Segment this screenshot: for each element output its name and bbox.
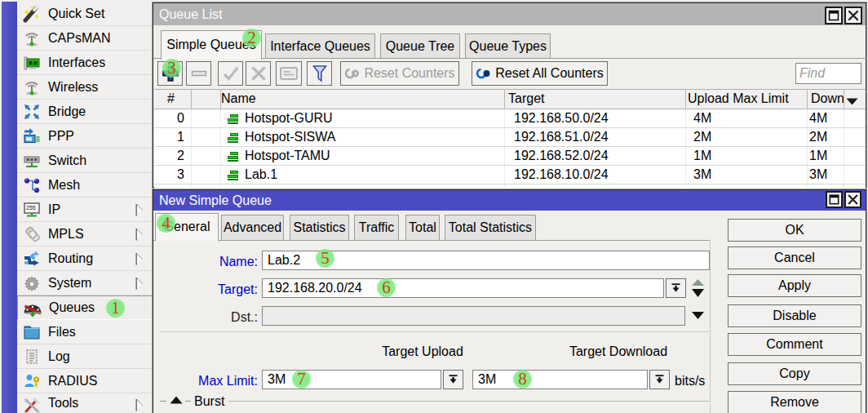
svg-text:255: 255	[26, 205, 36, 211]
